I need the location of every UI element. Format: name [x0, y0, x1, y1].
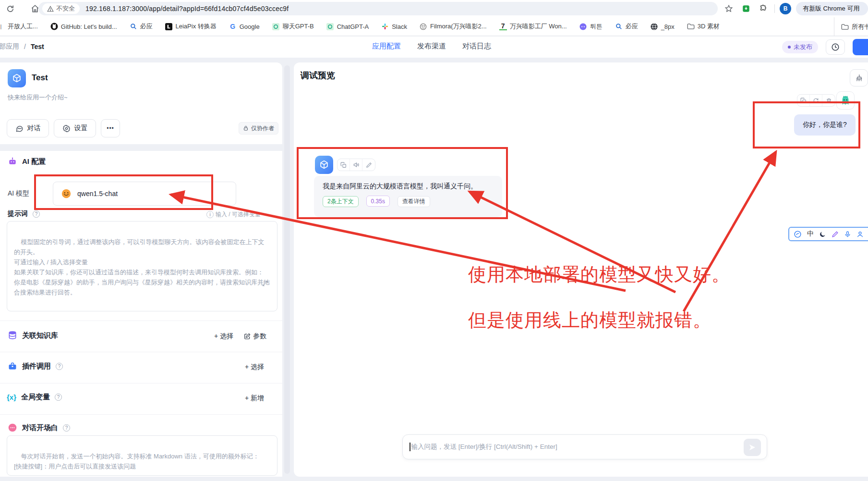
section-divider [0, 144, 282, 151]
warning-icon [47, 6, 54, 12]
question-icon[interactable]: ? [63, 424, 70, 432]
row-divider [0, 352, 282, 352]
security-label: 不安全 [56, 4, 75, 13]
search-icon [615, 23, 623, 30]
knowledge-section: 关联知识库 [8, 331, 58, 340]
variables-section: {x} 全局变量 ? [7, 393, 62, 402]
annotation-box-ai-message [297, 147, 508, 219]
chat-bubble-icon [15, 124, 24, 133]
bookmark-item[interactable]: G Google [229, 23, 260, 30]
chat-input-placeholder: 输入问题，发送 [Enter]/换行 [Ctrl(Alt/Shift) + En… [411, 443, 557, 451]
opening-textarea[interactable]: 每次对话开始前，发送一个初始内容。支持标准 Markdown 语法，可使用的额外… [7, 435, 277, 476]
extension-green-icon[interactable] [740, 2, 752, 15]
breadcrumb-root[interactable]: 全部应用 [0, 42, 19, 51]
bookmark-item[interactable]: GitHub: Let's build... [50, 23, 117, 30]
tab-publish-channel[interactable]: 发布渠道 [417, 42, 446, 51]
history-button[interactable] [826, 39, 845, 55]
breadcrumb-app-name: Test [31, 43, 44, 50]
panel-scrollbar[interactable] [284, 65, 290, 474]
profile-avatar[interactable]: B [780, 3, 791, 14]
more-button[interactable]: ••• [101, 119, 120, 137]
tab-app-config[interactable]: 应用配置 [372, 42, 401, 51]
gpt-icon [272, 23, 280, 30]
app-avatar [8, 69, 26, 87]
google-icon: G [229, 23, 237, 30]
prompt-header: 提示词 ? [8, 210, 40, 218]
ai-config-header: AI 配置 [8, 157, 46, 166]
knowledge-params-button[interactable]: 参数 [244, 332, 266, 341]
chat-input[interactable]: 输入问题，发送 [Enter]/换行 [Ctrl(Alt/Shift) + En… [402, 434, 767, 459]
annotation-note-2: 但是使用线上的模型就报错。 [468, 308, 711, 333]
leiapix-icon [165, 23, 173, 30]
annotation-box-model [34, 174, 213, 210]
question-icon[interactable]: ? [33, 210, 40, 218]
bookmark-item[interactable]: 3D 素材 [687, 22, 720, 31]
bookmark-item[interactable]: Slack [381, 23, 407, 30]
app-name: Test [32, 73, 48, 83]
bookmark-item[interactable]: ChatGPT-A [326, 23, 369, 30]
question-icon[interactable]: ? [56, 363, 63, 370]
folder-icon [687, 23, 695, 30]
reload-icon[interactable] [4, 2, 16, 15]
partial-icon: | [0, 23, 5, 30]
folder-icon [841, 23, 849, 31]
header-tabs: 应用配置 发布渠道 对话日志 [372, 42, 491, 51]
row-divider [0, 414, 282, 415]
app-description[interactable]: 快来给应用一个介绍~ [8, 93, 68, 102]
cube-icon [12, 73, 22, 84]
opening-section: 对话开场白 ? [8, 423, 70, 432]
ime-lang-label[interactable]: 中 [807, 230, 814, 238]
variables-add-button[interactable]: + 新增 [245, 394, 264, 403]
bookmark-item[interactable]: | 开放人工... [0, 22, 38, 31]
bookmark-item[interactable]: LeiaPix 转换器 [165, 22, 217, 31]
annotation-note-1: 使用本地部署的模型又快又好。 [468, 262, 730, 287]
plugin-select-button[interactable]: + 选择 [245, 363, 264, 371]
url-text: 192.168.1.187:3000/app/detail?appId=66fd… [85, 5, 289, 12]
knowledge-select-button[interactable]: + 选择 [214, 332, 233, 341]
search-icon [130, 23, 137, 30]
status-dot-icon [788, 46, 791, 49]
address-bar[interactable]: 不安全 192.168.1.187:3000/app/detail?appId=… [38, 2, 718, 15]
moon-icon[interactable] [819, 231, 826, 238]
breadcrumb-separator: / [24, 43, 26, 50]
settings-button[interactable]: 设置 [54, 119, 96, 137]
bookmark-item[interactable]: Filmora(万兴喵影2... [420, 22, 487, 31]
chrome-update-pill[interactable]: 有新版 Chrome 可用 [796, 2, 868, 15]
bookmarks-bar: | 开放人工... GitHub: Let's build... 必应 Leia… [0, 17, 868, 36]
database-icon [8, 331, 17, 340]
mic-icon[interactable] [844, 231, 851, 238]
annotation-box-user-message [753, 101, 860, 148]
toolbox-icon [8, 361, 17, 371]
slack-icon [381, 23, 389, 30]
extensions-puzzle-icon[interactable] [757, 2, 770, 15]
bookmark-item[interactable]: 必应 [130, 22, 153, 31]
ellipsis-icon: ••• [107, 125, 114, 132]
ifly-logo-icon[interactable] [794, 230, 802, 238]
bookmark-item[interactable]: 必应 [615, 22, 638, 31]
gpt-icon [326, 23, 334, 30]
expand-icon[interactable] [262, 260, 272, 307]
row-divider [0, 383, 282, 383]
tab-chat-logs[interactable]: 对话日志 [462, 42, 491, 51]
purple-circle-icon [579, 23, 587, 30]
bookmark-item[interactable]: 7 万兴喵影工厂 Won... [499, 22, 567, 31]
bookmark-item[interactable]: 聊天GPT-B [272, 22, 314, 31]
person-icon[interactable] [856, 231, 864, 238]
bookmark-item[interactable]: 튀튼 [579, 22, 603, 31]
variable-icon: {x} [7, 393, 16, 401]
all-bookmarks[interactable]: 所有书签 [834, 17, 868, 36]
publish-button[interactable]: 发布 [853, 39, 868, 55]
collaborators-badge[interactable]: 仅协作者 [239, 122, 278, 135]
chat-button[interactable]: 对话 [7, 119, 49, 137]
prompt-textarea[interactable]: 模型固定的引导词，通过调整该内容，可以引导模型聊天方向。该内容会被固定在上下文的… [7, 221, 277, 311]
question-icon[interactable]: ? [55, 394, 62, 401]
security-chip[interactable]: 不安全 [42, 3, 80, 14]
pen-icon[interactable] [832, 231, 839, 238]
clear-chat-button[interactable] [850, 69, 868, 86]
clock-icon [831, 43, 840, 51]
send-button[interactable] [744, 439, 761, 456]
breadcrumb: 全部应用 / Test [0, 42, 44, 51]
wondershare-icon: 7 [499, 23, 507, 30]
bookmark-item[interactable]: _8px [651, 23, 675, 30]
bookmark-star-icon[interactable] [723, 2, 735, 15]
